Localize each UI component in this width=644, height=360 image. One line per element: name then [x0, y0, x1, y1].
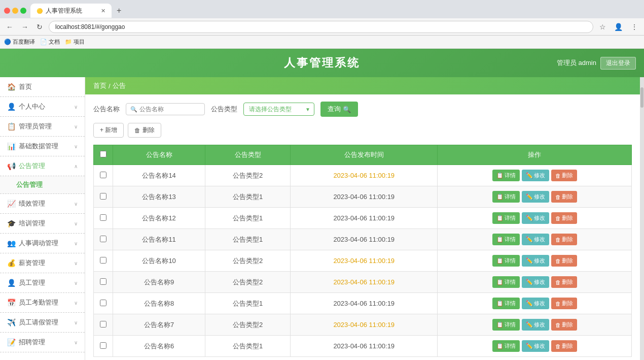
sidebar-item-admin-mgmt[interactable]: 📋 管理员管理 ∨	[0, 117, 85, 137]
sidebar-item-attendance[interactable]: 📅 员工考勤管理 ∨	[0, 293, 85, 313]
edit-btn[interactable]: ✏️ 修改	[522, 298, 549, 309]
detail-btn[interactable]: 📋 详情	[492, 234, 520, 245]
active-tab[interactable]: 🟡 人事管理系统 ✕	[30, 4, 112, 18]
breadcrumb-home[interactable]: 首页	[93, 81, 106, 90]
row-checkbox[interactable]	[100, 193, 106, 200]
bookmark-project[interactable]: 📁 项目	[65, 38, 85, 46]
del-btn[interactable]: 🗑 删除	[551, 298, 577, 309]
edit-btn[interactable]: ✏️ 修改	[522, 319, 549, 331]
sidebar-sub-item-notice-mgmt[interactable]: 公告管理	[0, 176, 85, 194]
del-btn[interactable]: 🗑 删除	[551, 191, 577, 203]
back-btn[interactable]: ←	[4, 22, 15, 32]
sidebar-item-left: 📢 公告管理	[7, 161, 45, 171]
row-checkbox[interactable]	[100, 257, 106, 264]
sidebar-item-transfer[interactable]: 👥 人事调动管理 ∨	[0, 234, 85, 253]
detail-btn[interactable]: 📋 详情	[492, 276, 520, 288]
account-btn[interactable]: 👤	[612, 22, 625, 32]
add-btn[interactable]: + 新增	[93, 123, 124, 138]
row-checkbox[interactable]	[100, 342, 106, 349]
transfer-icon: 👥	[7, 239, 16, 247]
bookmark-btn[interactable]: ☆	[597, 22, 608, 32]
close-window-btn[interactable]	[4, 8, 10, 14]
sidebar-label: 员工请假管理	[19, 318, 58, 327]
edit-btn[interactable]: ✏️ 修改	[522, 340, 549, 352]
detail-btn[interactable]: 📋 详情	[492, 170, 520, 181]
sidebar-item-training[interactable]: 🎓 培训管理 ∨	[0, 214, 85, 234]
sidebar-item-left: 👤 个人中心	[7, 102, 45, 111]
sidebar-item-performance[interactable]: 📈 绩效管理 ∨	[0, 194, 85, 214]
delete-label: 删除	[142, 126, 155, 135]
bookmark-baidu[interactable]: 🔵 百度翻译	[4, 38, 35, 46]
detail-btn[interactable]: 📋 详情	[492, 212, 520, 224]
browser-chrome: 🟡 人事管理系统 ✕ + ← → ↻ ☆ 👤 ⋮ 🔵 百度翻译 📄 文档 📁 项…	[0, 0, 644, 49]
detail-btn[interactable]: 📋 详情	[492, 255, 520, 267]
bookmark-docs[interactable]: 📄 文档	[40, 38, 60, 46]
query-btn[interactable]: 查询 🔍	[320, 102, 358, 117]
row-checkbox-cell	[94, 272, 113, 293]
minimize-window-btn[interactable]	[12, 8, 18, 14]
sidebar-item-recruit[interactable]: 📝 招聘管理 ∨	[0, 333, 85, 352]
del-btn[interactable]: 🗑 删除	[551, 319, 577, 331]
row-checkbox-cell	[94, 250, 113, 272]
sidebar-item-notice[interactable]: 📢 公告管理 ∧	[0, 156, 85, 176]
forward-btn[interactable]: →	[19, 22, 30, 32]
del-icon: 🗑	[555, 237, 561, 243]
batch-delete-btn[interactable]: 🗑 删除	[128, 123, 161, 138]
detail-btn[interactable]: 📋 详情	[492, 191, 520, 203]
data-table: 公告名称 公告类型 公告发布时间 操作 公告名称14 公告类型2 2023-04…	[93, 145, 632, 357]
url-input[interactable]	[49, 21, 593, 33]
edit-btn[interactable]: ✏️ 修改	[522, 170, 549, 181]
row-checkbox[interactable]	[100, 236, 106, 242]
new-tab-btn[interactable]: +	[114, 5, 124, 16]
edit-icon: ✏️	[526, 215, 533, 221]
search-icon: 🔍	[130, 106, 137, 113]
edit-btn[interactable]: ✏️ 修改	[522, 212, 549, 224]
sidebar-item-personal[interactable]: 👤 个人中心 ∨	[0, 97, 85, 117]
right-scroll[interactable]	[640, 77, 644, 360]
sidebar-item-leave[interactable]: ✈️ 员工请假管理 ∨	[0, 313, 85, 333]
detail-btn[interactable]: 📋 详情	[492, 298, 520, 309]
sidebar-item-base-data[interactable]: 📊 基础数据管理 ∨	[0, 137, 85, 156]
del-btn[interactable]: 🗑 删除	[551, 170, 577, 181]
del-btn[interactable]: 🗑 删除	[551, 276, 577, 288]
sidebar-item-home[interactable]: 🏠 首页	[0, 77, 85, 97]
breadcrumb-bar: 首页 / 公告	[85, 77, 640, 94]
select-all-checkbox[interactable]	[100, 151, 106, 157]
refresh-btn[interactable]: ↻	[34, 22, 45, 32]
edit-btn[interactable]: ✏️ 修改	[522, 191, 549, 203]
edit-btn[interactable]: ✏️ 修改	[522, 255, 549, 267]
table-row: 公告名称6 公告类型1 2023-04-06 11:00:19 📋 详情 ✏️ …	[94, 336, 632, 357]
table-row: 公告名称14 公告类型2 2023-04-06 11:00:19 📋 详情 ✏️…	[94, 165, 632, 186]
maximize-window-btn[interactable]	[20, 8, 26, 14]
edit-icon: ✏️	[526, 321, 533, 328]
edit-btn[interactable]: ✏️ 修改	[522, 234, 549, 245]
type-select[interactable]: 请选择公告类型 公告类型1 公告类型2	[243, 103, 314, 116]
sidebar-item-salary[interactable]: 💰 薪资管理 ∨	[0, 253, 85, 273]
row-name: 公告名称11	[113, 229, 205, 250]
detail-icon: 📋	[496, 300, 504, 307]
del-btn[interactable]: 🗑 删除	[551, 234, 577, 245]
logout-btn[interactable]: 退出登录	[600, 57, 636, 70]
row-name: 公告名称7	[113, 314, 205, 336]
del-btn[interactable]: 🗑 删除	[551, 212, 577, 224]
row-name: 公告名称9	[113, 272, 205, 293]
tab-close-btn[interactable]: ✕	[101, 8, 105, 14]
sidebar-item-employee[interactable]: 👤 员工管理 ∨	[0, 273, 85, 293]
menu-btn[interactable]: ⋮	[629, 22, 640, 32]
detail-btn[interactable]: 📋 详情	[492, 340, 520, 352]
row-checkbox[interactable]	[100, 278, 106, 285]
row-checkbox[interactable]	[100, 214, 106, 221]
row-actions-cell: 📋 详情 ✏️ 修改 🗑 删除	[438, 250, 632, 272]
detail-btn[interactable]: 📋 详情	[492, 319, 520, 331]
row-date: 2023-04-06 11:00:19	[291, 272, 438, 293]
row-actions-cell: 📋 详情 ✏️ 修改 🗑 删除	[438, 336, 632, 357]
row-checkbox[interactable]	[100, 172, 106, 178]
name-input[interactable]	[139, 106, 200, 113]
address-bar: ← → ↻ ☆ 👤 ⋮	[0, 18, 644, 36]
row-actions: 📋 详情 ✏️ 修改 🗑 删除	[444, 212, 625, 224]
row-checkbox[interactable]	[100, 300, 106, 306]
del-btn[interactable]: 🗑 删除	[551, 255, 577, 267]
edit-btn[interactable]: ✏️ 修改	[522, 276, 549, 288]
row-checkbox[interactable]	[100, 321, 106, 328]
del-btn[interactable]: 🗑 删除	[551, 340, 577, 352]
